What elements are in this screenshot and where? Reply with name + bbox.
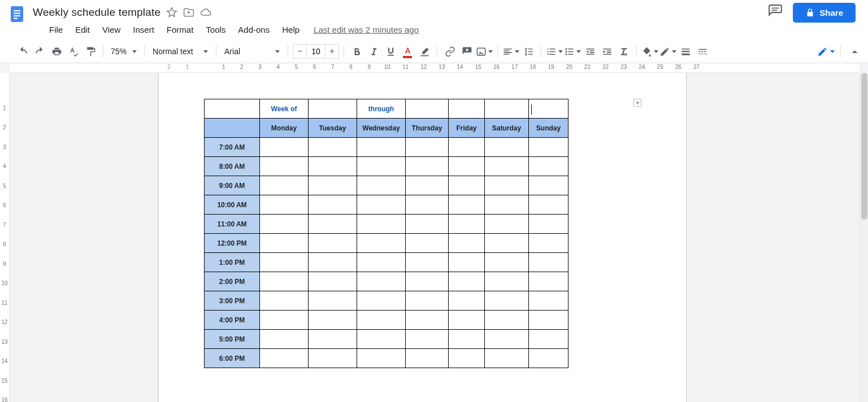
font-size-decrease[interactable]: − [293,44,306,59]
schedule-cell[interactable] [485,330,529,349]
schedule-cell[interactable] [406,176,449,195]
schedule-cell[interactable] [260,234,309,253]
schedule-cell[interactable] [485,176,529,195]
weekof-date-cell[interactable] [309,99,357,119]
font-family-select[interactable]: Arial [221,47,283,56]
schedule-cell[interactable] [485,234,529,253]
font-size-input[interactable] [306,44,326,59]
schedule-cell[interactable] [449,291,485,311]
schedule-cell[interactable] [260,272,309,291]
horizontal-ruler[interactable]: 2112345678910111213141516171819202122232… [10,64,860,73]
schedule-cell[interactable] [529,253,568,272]
schedule-cell[interactable] [449,176,485,195]
day-header[interactable]: Thursday [406,119,449,138]
schedule-cell[interactable] [357,138,406,157]
increase-indent-button[interactable] [599,43,615,59]
schedule-cell[interactable] [406,311,449,330]
schedule-cell[interactable] [357,272,406,291]
bulleted-list-button[interactable] [564,43,581,59]
vertical-scrollbar[interactable] [860,73,868,402]
schedule-cell[interactable] [406,330,449,349]
highlight-color-button[interactable] [416,43,432,59]
table-row[interactable]: 11:00 AM [205,215,568,234]
schedule-cell[interactable] [485,157,529,176]
cell-fill-button[interactable] [641,43,658,59]
menu-addons[interactable]: Add-ons [232,23,276,36]
border-color-button[interactable] [659,43,676,59]
schedule-cell[interactable] [357,349,406,368]
schedule-cell[interactable] [406,195,449,215]
day-header[interactable]: Monday [260,119,309,138]
border-width-button[interactable] [678,43,693,59]
schedule-cell[interactable] [449,234,485,253]
day-header[interactable]: Wednesday [357,119,406,138]
schedule-cell[interactable] [309,195,357,215]
schedule-cell[interactable] [260,157,309,176]
vertical-ruler[interactable]: 1234567891011121314151617 [0,73,10,402]
italic-button[interactable] [366,43,381,59]
time-cell[interactable]: 12:00 PM [205,234,260,253]
redo-button[interactable] [32,43,47,59]
time-cell[interactable]: 6:00 PM [205,349,260,368]
day-header[interactable]: Saturday [485,119,529,138]
menu-view[interactable]: View [96,23,127,36]
schedule-cell[interactable] [485,215,529,234]
menu-format[interactable]: Format [160,23,200,36]
doc-title[interactable]: Weekly schedule template [33,6,160,19]
schedule-cell[interactable] [260,215,309,234]
schedule-cell[interactable] [309,157,357,176]
schedule-cell[interactable] [529,215,568,234]
schedule-cell[interactable] [309,291,357,311]
menu-help[interactable]: Help [276,23,306,36]
last-edit-link[interactable]: Last edit was 2 minutes ago [314,25,419,34]
table-options-button[interactable]: ▾ [633,99,641,107]
table-row[interactable]: 2:00 PM [205,272,568,291]
schedule-cell[interactable] [309,176,357,195]
schedule-cell[interactable] [529,311,568,330]
editing-mode-button[interactable] [817,43,835,59]
schedule-cell[interactable] [357,253,406,272]
text-color-button[interactable] [400,43,415,59]
insert-link-button[interactable] [442,43,458,59]
insert-comment-button[interactable] [459,43,475,59]
schedule-cell[interactable] [357,311,406,330]
underline-button[interactable] [383,43,398,59]
table-row[interactable]: 8:00 AM [205,157,568,176]
schedule-cell[interactable] [529,138,568,157]
schedule-cell[interactable] [357,291,406,311]
schedule-cell[interactable] [357,195,406,215]
schedule-cell[interactable] [357,330,406,349]
schedule-cell[interactable] [406,272,449,291]
schedule-cell[interactable] [260,176,309,195]
collapse-toolbar-button[interactable] [847,43,862,59]
schedule-cell[interactable] [449,330,485,349]
comments-button[interactable] [768,4,783,21]
zoom-select[interactable]: 75% [108,47,140,56]
menu-insert[interactable]: Insert [127,23,160,36]
table-row[interactable]: Week of through [205,99,568,119]
table-row[interactable]: 5:00 PM [205,330,568,349]
schedule-cell[interactable] [485,272,529,291]
schedule-cell[interactable] [406,234,449,253]
time-cell[interactable]: 11:00 AM [205,215,260,234]
schedule-cell[interactable] [260,291,309,311]
schedule-cell[interactable] [529,291,568,311]
schedule-cell[interactable] [309,138,357,157]
schedule-cell[interactable] [449,195,485,215]
spellcheck-button[interactable] [66,43,81,59]
schedule-cell[interactable] [406,291,449,311]
table-row[interactable]: 6:00 PM [205,349,568,368]
active-cell[interactable] [529,99,568,119]
schedule-cell[interactable] [529,234,568,253]
schedule-cell[interactable] [260,311,309,330]
star-icon[interactable] [166,7,177,18]
schedule-cell[interactable] [529,195,568,215]
schedule-cell[interactable] [309,272,357,291]
schedule-cell[interactable] [406,349,449,368]
schedule-cell[interactable] [260,195,309,215]
schedule-cell[interactable] [357,157,406,176]
menu-file[interactable]: File [43,23,69,36]
time-cell[interactable]: 7:00 AM [205,138,260,157]
through-label[interactable]: through [357,99,406,119]
print-button[interactable] [49,43,64,59]
